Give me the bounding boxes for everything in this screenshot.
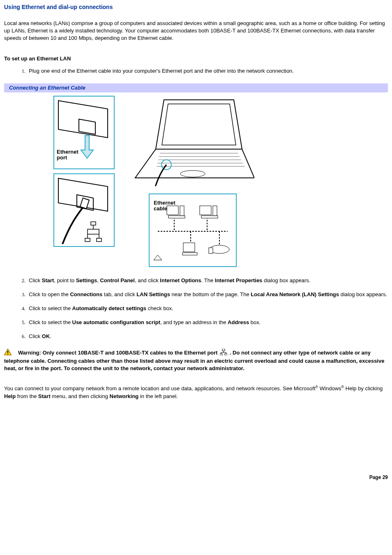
svg-rect-33 bbox=[183, 243, 195, 252]
svg-rect-31 bbox=[201, 216, 218, 218]
svg-rect-30 bbox=[200, 206, 211, 215]
step-3: Click to open the Connections tab, and c… bbox=[27, 291, 388, 298]
laptop-icon bbox=[131, 96, 254, 186]
svg-rect-39 bbox=[7, 354, 8, 355]
svg-rect-38 bbox=[7, 351, 8, 353]
step-2: Click Start, point to Settings, Control … bbox=[27, 277, 388, 284]
closing-paragraph: You can connect to your company network … bbox=[4, 385, 388, 400]
step-5: Click to select the Use automatic config… bbox=[27, 319, 388, 326]
section-subheading: To set up an Ethernet LAN bbox=[4, 55, 388, 62]
svg-rect-46 bbox=[225, 354, 227, 355]
svg-rect-29 bbox=[180, 206, 184, 216]
ethernet-port-label: Ethernetport bbox=[57, 149, 78, 161]
network-port-icon bbox=[220, 349, 227, 357]
figure-ethernet-plug-closeup bbox=[53, 173, 115, 247]
figure-connecting-ethernet: Ethernetport bbox=[53, 96, 388, 267]
svg-rect-11 bbox=[91, 222, 96, 225]
svg-rect-4 bbox=[80, 198, 89, 209]
ethernet-cable-label: Ethernetcable bbox=[154, 200, 175, 212]
warning-icon bbox=[4, 349, 12, 357]
svg-marker-1 bbox=[79, 119, 95, 134]
svg-rect-45 bbox=[220, 354, 222, 355]
svg-rect-9 bbox=[85, 238, 90, 242]
svg-rect-40 bbox=[222, 349, 225, 351]
svg-rect-10 bbox=[97, 238, 101, 242]
step-6: Click OK. bbox=[27, 333, 388, 340]
svg-rect-32 bbox=[213, 206, 217, 216]
svg-marker-14 bbox=[135, 149, 254, 178]
page-title: Using Ethernet and dial-up connections bbox=[4, 3, 388, 12]
svg-rect-34 bbox=[182, 253, 197, 255]
svg-rect-28 bbox=[168, 216, 185, 218]
svg-rect-36 bbox=[209, 248, 213, 253]
warning-block: Warning: Only connect 10BASE-T and 100BA… bbox=[4, 349, 388, 373]
ethernet-plug-icon bbox=[54, 174, 114, 246]
step-1: Plug one end of the Ethernet cable into … bbox=[27, 67, 388, 75]
svg-rect-5 bbox=[88, 229, 99, 234]
page-number: Page 29 bbox=[4, 474, 388, 481]
figure-network-diagram: Ethernetcable bbox=[149, 193, 237, 267]
intro-paragraph: Local area networks (LANs) comprise a gr… bbox=[4, 20, 388, 42]
figure-caption-bar: Connecting an Ethernet Cable bbox=[4, 83, 388, 92]
figure-ethernet-port-closeup: Ethernetport bbox=[53, 96, 115, 169]
svg-marker-13 bbox=[162, 104, 236, 145]
step-4: Click to select the Automatically detect… bbox=[27, 305, 388, 312]
